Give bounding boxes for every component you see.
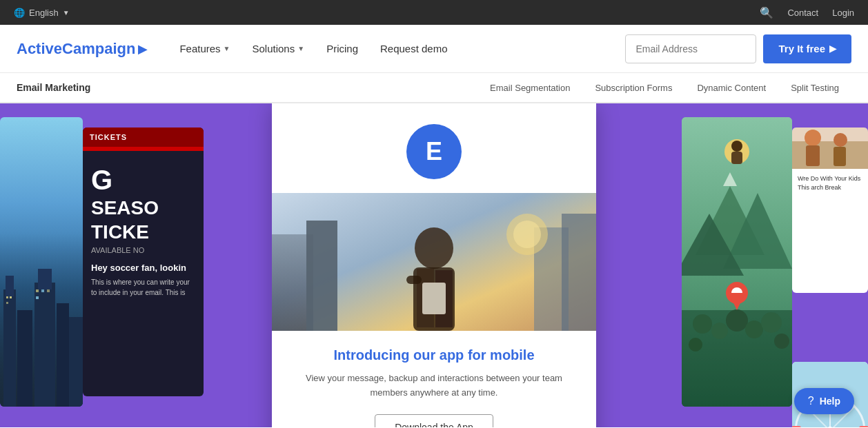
svg-rect-0 [3,289,16,407]
svg-rect-47 [731,152,742,164]
contact-link[interactable]: Contact [787,8,818,18]
svg-rect-19 [562,214,596,331]
try-free-label: Try It free [778,43,825,54]
tickets-body-text: This is where you can write your to incl… [91,277,195,298]
help-widget[interactable]: ? Help [794,388,854,414]
nav-links: Features ▼ Solutions ▼ Pricing Request d… [170,37,625,60]
svg-point-40 [689,338,702,351]
help-label: Help [820,396,840,407]
svg-rect-28 [406,276,422,284]
try-free-arrow-icon: ▶ [829,43,836,54]
svg-point-46 [731,141,742,152]
help-icon: ? [808,395,814,407]
sub-nav-links: Email Segmentation Subscription Forms Dy… [477,72,851,103]
chevron-down-icon: ▼ [63,9,70,17]
sub-nav: Email Marketing Email Segmentation Subsc… [0,73,868,103]
tickets-header: TICKETS [83,128,204,147]
svg-point-50 [805,130,821,146]
tickets-season-text2: SEASO [91,198,195,219]
top-bar-right: 🔍 Contact Login [760,6,854,19]
download-app-button[interactable]: Download the App [375,414,493,427]
central-card-top: E [272,103,596,193]
svg-rect-17 [306,221,337,331]
logo-link[interactable]: ActiveCampaign ▶ [17,40,148,58]
request-demo-link[interactable]: Request demo [371,37,457,60]
svg-rect-52 [806,145,820,166]
svg-rect-6 [69,317,83,407]
svg-point-38 [745,320,763,338]
try-free-button[interactable]: Try It free ▶ [763,34,851,63]
svg-rect-11 [41,289,44,292]
features-chevron: ▼ [224,45,230,52]
email-input[interactable] [625,34,756,63]
svg-rect-49 [792,141,868,169]
blog-card-body: Wre Do With Your Kids This arch Break [792,169,868,197]
card-title: Introducing our app for mobile [297,347,571,363]
svg-rect-27 [424,284,444,312]
svg-rect-7 [6,296,8,298]
svg-rect-64 [859,426,868,427]
tickets-soccer: Hey soccer fan, lookin [91,263,195,273]
svg-rect-10 [36,289,39,292]
subnav-subscription-forms[interactable]: Subscription Forms [582,72,684,103]
globe-icon: 🌐 [14,8,25,18]
svg-point-37 [726,309,748,332]
svg-rect-1 [6,276,14,296]
svg-rect-12 [47,289,50,292]
language-selector[interactable]: 🌐 English ▼ [14,8,70,18]
svg-rect-9 [10,296,12,298]
right-cards: Wre Do With Your Kids This arch Break [682,117,868,427]
svg-rect-5 [57,303,69,407]
svg-point-51 [834,133,847,147]
blog-card: Wre Do With Your Kids This arch Break [792,128,868,293]
svg-rect-8 [6,302,8,304]
svg-point-22 [415,227,453,269]
city-card [0,117,83,407]
subnav-split-testing[interactable]: Split Testing [778,72,851,103]
svg-rect-53 [834,147,846,166]
card-description: View your message, backup and interactio… [297,371,571,400]
blog-card-image [792,128,868,169]
blog-card-text: Wre Do With Your Kids This arch Break [798,174,862,192]
right-secondary-cards: Wre Do With Your Kids This arch Break [792,117,868,427]
solutions-link[interactable]: Solutions ▼ [243,37,315,60]
svg-point-41 [774,334,789,349]
tickets-season-text: G [91,165,195,195]
pricing-link[interactable]: Pricing [317,37,368,60]
hero-section: TICKETS G SEASO TICKE AVAILABLE NO Hey s… [0,103,868,427]
left-cards: TICKETS G SEASO TICKE AVAILABLE NO Hey s… [0,117,204,407]
svg-rect-13 [36,296,39,299]
login-link[interactable]: Login [832,8,854,18]
logo-text: ActiveCampaign [17,40,135,58]
features-link[interactable]: Features ▼ [170,37,239,60]
subnav-dynamic-content[interactable]: Dynamic Content [684,72,778,103]
subnav-email-segmentation[interactable]: Email Segmentation [477,72,582,103]
svg-rect-3 [34,283,55,407]
main-nav: ActiveCampaign ▶ Features ▼ Solutions ▼ … [0,25,868,73]
logo-arrow-icon: ▶ [138,41,148,57]
central-card: E [272,103,596,427]
cta-group: Try It free ▶ [625,34,851,63]
tickets-body: G SEASO TICKE AVAILABLE NO Hey soccer fa… [83,151,204,306]
tickets-season-text3: TICKE [91,222,195,243]
top-bar: 🌐 English ▼ 🔍 Contact Login [0,0,868,25]
svg-rect-2 [17,310,32,407]
central-card-body: Introducing our app for mobile View your… [272,331,596,427]
app-icon: E [406,124,462,179]
solutions-chevron: ▼ [297,45,304,52]
tickets-available: AVAILABLE NO [91,246,195,254]
tickets-card: TICKETS G SEASO TICKE AVAILABLE NO Hey s… [83,128,204,396]
map-card [682,117,792,407]
svg-rect-65 [792,426,801,427]
central-card-photo [272,193,596,331]
svg-point-36 [711,323,728,339]
language-label: English [29,8,59,18]
sub-nav-title: Email Marketing [17,82,90,93]
svg-point-21 [513,221,541,248]
svg-point-39 [761,312,782,333]
search-icon[interactable]: 🔍 [760,6,773,19]
svg-rect-4 [38,269,52,289]
svg-point-35 [693,314,712,334]
